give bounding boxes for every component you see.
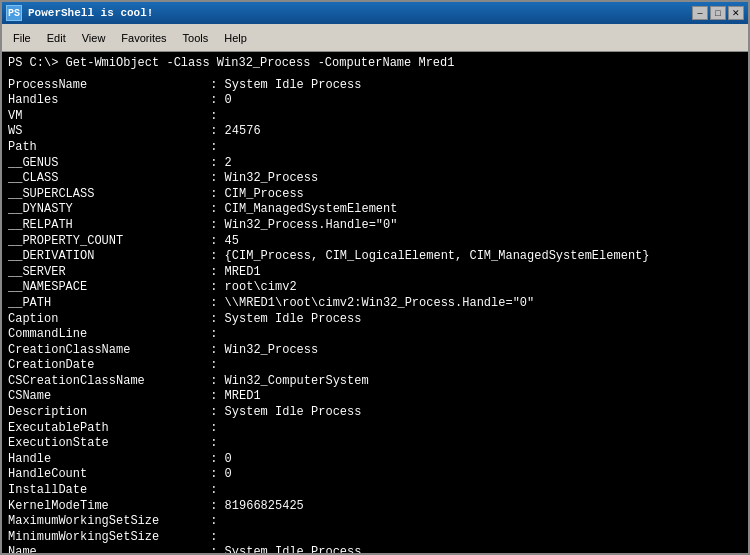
table-row: Path : bbox=[8, 140, 742, 156]
titlebar: PS PowerShell is cool! – □ ✕ bbox=[2, 2, 748, 24]
command-line: PS C:\> Get-WmiObject -Class Win32_Proce… bbox=[8, 56, 742, 72]
menu-file[interactable]: File bbox=[6, 27, 38, 49]
table-row: __DYNASTY : CIM_ManagedSystemElement bbox=[8, 202, 742, 218]
table-row: MinimumWorkingSetSize : bbox=[8, 530, 742, 546]
app-icon: PS bbox=[6, 5, 22, 21]
minimize-button[interactable]: – bbox=[692, 6, 708, 20]
close-button[interactable]: ✕ bbox=[728, 6, 744, 20]
table-row: __PATH : \\MRED1\root\cimv2:Win32_Proces… bbox=[8, 296, 742, 312]
table-row: VM : bbox=[8, 109, 742, 125]
table-row: __RELPATH : Win32_Process.Handle="0" bbox=[8, 218, 742, 234]
table-row: __GENUS : 2 bbox=[8, 156, 742, 172]
table-row: KernelModeTime : 81966825425 bbox=[8, 499, 742, 515]
table-row: CreationDate : bbox=[8, 358, 742, 374]
menu-view[interactable]: View bbox=[75, 27, 113, 49]
table-row: Description : System Idle Process bbox=[8, 405, 742, 421]
maximize-button[interactable]: □ bbox=[710, 6, 726, 20]
table-row: __NAMESPACE : root\cimv2 bbox=[8, 280, 742, 296]
table-row: __DERIVATION : {CIM_Process, CIM_Logical… bbox=[8, 249, 742, 265]
terminal-output[interactable]: PS C:\> Get-WmiObject -Class Win32_Proce… bbox=[2, 52, 748, 553]
table-row: CSName : MRED1 bbox=[8, 389, 742, 405]
window-controls: – □ ✕ bbox=[692, 6, 744, 20]
table-row: __CLASS : Win32_Process bbox=[8, 171, 742, 187]
menubar: File Edit View Favorites Tools Help bbox=[2, 24, 748, 52]
table-row: WS : 24576 bbox=[8, 124, 742, 140]
table-row: __SUPERCLASS : CIM_Process bbox=[8, 187, 742, 203]
menu-edit[interactable]: Edit bbox=[40, 27, 73, 49]
main-window: PS PowerShell is cool! – □ ✕ File Edit V… bbox=[0, 0, 750, 555]
table-row: MaximumWorkingSetSize : bbox=[8, 514, 742, 530]
table-row: CSCreationClassName : Win32_ComputerSyst… bbox=[8, 374, 742, 390]
table-row: CreationClassName : Win32_Process bbox=[8, 343, 742, 359]
table-row: Handles : 0 bbox=[8, 93, 742, 109]
table-row: Name : System Idle Process bbox=[8, 545, 742, 553]
menu-help[interactable]: Help bbox=[217, 27, 254, 49]
table-row: __SERVER : MRED1 bbox=[8, 265, 742, 281]
table-row: InstallDate : bbox=[8, 483, 742, 499]
table-row: CommandLine : bbox=[8, 327, 742, 343]
menu-tools[interactable]: Tools bbox=[176, 27, 216, 49]
menu-favorites[interactable]: Favorites bbox=[114, 27, 173, 49]
table-row: ExecutablePath : bbox=[8, 421, 742, 437]
table-row: HandleCount : 0 bbox=[8, 467, 742, 483]
table-row: Caption : System Idle Process bbox=[8, 312, 742, 328]
window-title: PowerShell is cool! bbox=[28, 7, 153, 19]
table-row: Handle : 0 bbox=[8, 452, 742, 468]
titlebar-left: PS PowerShell is cool! bbox=[6, 5, 153, 21]
property-list: ProcessName : System Idle ProcessHandles… bbox=[8, 78, 742, 553]
table-row: ProcessName : System Idle Process bbox=[8, 78, 742, 94]
table-row: ExecutionState : bbox=[8, 436, 742, 452]
table-row: __PROPERTY_COUNT : 45 bbox=[8, 234, 742, 250]
